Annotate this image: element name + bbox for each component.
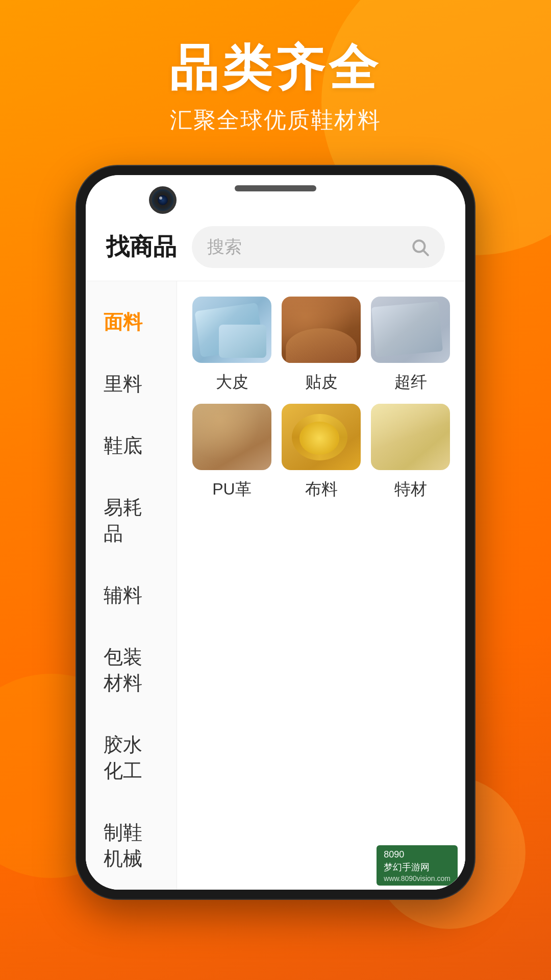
camera-lens — [158, 195, 168, 205]
category-image-dapi — [192, 297, 271, 363]
category-image-tipi — [282, 297, 361, 363]
sidebar-item-里料[interactable]: 里料 — [86, 353, 177, 415]
camera-module — [152, 189, 173, 211]
speaker-grill — [235, 185, 316, 191]
sidebar-item-制鞋机械[interactable]: 制鞋机械 — [86, 802, 177, 890]
watermark-line3: www.8090vision.com — [384, 874, 450, 883]
search-bar[interactable]: 搜索 — [192, 226, 445, 268]
category-label-chaoxian: 超纤 — [394, 371, 427, 394]
category-cell-chaoxian[interactable]: 超纤 — [371, 297, 450, 394]
category-label-pu: PU革 — [212, 478, 251, 501]
sidebar-item-面料[interactable]: 面料 — [86, 291, 177, 353]
category-label-buliao: 布料 — [305, 478, 338, 501]
svg-line-1 — [423, 251, 428, 255]
grid-row-2: PU革 布料 特材 — [192, 404, 450, 501]
main-content: 面料 里料 鞋底 易耗品 辅料 包装材料 胶水化工 制鞋机械 大皮 — [86, 281, 465, 890]
search-icon — [410, 237, 430, 257]
category-cell-pu[interactable]: PU革 — [192, 404, 271, 501]
category-label-tipi: 贴皮 — [305, 371, 338, 394]
search-placeholder: 搜索 — [207, 235, 403, 259]
watermark: 8090 梦幻手游网 www.8090vision.com — [377, 845, 458, 885]
category-sidebar: 面料 里料 鞋底 易耗品 辅料 包装材料 胶水化工 制鞋机械 — [86, 281, 177, 890]
sidebar-item-鞋底[interactable]: 鞋底 — [86, 415, 177, 477]
category-image-chaoxian — [371, 297, 450, 363]
notch-bar — [86, 175, 465, 216]
category-image-buliao — [282, 404, 361, 470]
app-header: 找商品 搜索 — [86, 216, 465, 281]
category-cell-dapi[interactable]: 大皮 — [192, 297, 271, 394]
page-header: 品类齐全 汇聚全球优质鞋材料 — [169, 0, 382, 166]
sub-title: 汇聚全球优质鞋材料 — [169, 105, 382, 135]
sidebar-item-辅料[interactable]: 辅料 — [86, 565, 177, 626]
main-title: 品类齐全 — [169, 41, 382, 95]
app-title: 找商品 — [106, 231, 177, 263]
category-cell-tecai[interactable]: 特材 — [371, 404, 450, 501]
sidebar-item-易耗品[interactable]: 易耗品 — [86, 477, 177, 565]
category-cell-buliao[interactable]: 布料 — [282, 404, 361, 501]
category-label-dapi: 大皮 — [216, 371, 248, 394]
phone-frame: 找商品 搜索 面料 里料 鞋底 易耗品 辅料 包装材料 胶水化工 制鞋机械 — [77, 166, 474, 899]
category-grid: 大皮 贴皮 超纤 PU革 — [177, 281, 465, 890]
category-image-pu — [192, 404, 271, 470]
category-label-tecai: 特材 — [394, 478, 427, 501]
camera-shine — [159, 197, 162, 200]
category-cell-tipi[interactable]: 贴皮 — [282, 297, 361, 394]
watermark-line2: 梦幻手游网 — [384, 861, 450, 874]
sidebar-item-包装材料[interactable]: 包装材料 — [86, 626, 177, 714]
sidebar-item-胶水化工[interactable]: 胶水化工 — [86, 714, 177, 802]
category-image-tecai — [371, 404, 450, 470]
grid-row-1: 大皮 贴皮 超纤 — [192, 297, 450, 394]
phone-screen: 找商品 搜索 面料 里料 鞋底 易耗品 辅料 包装材料 胶水化工 制鞋机械 — [86, 175, 465, 890]
watermark-line1: 8090 — [384, 848, 450, 861]
